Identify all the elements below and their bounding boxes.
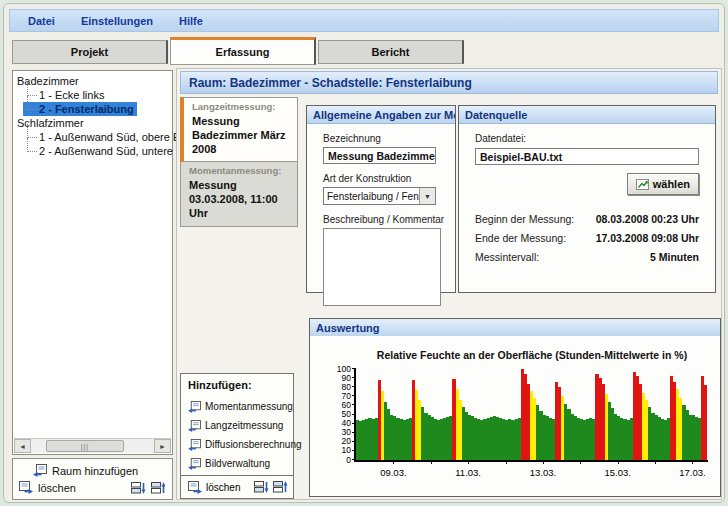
scrollbar-track[interactable]: ||| bbox=[31, 439, 154, 453]
add-diffusionsberechnung-button[interactable]: Diffusionsberechnung bbox=[188, 435, 289, 454]
x-tick-mark bbox=[468, 460, 469, 464]
measurement-item-langzeit[interactable]: Langzeitmessung: Messung Badezimmer März… bbox=[180, 97, 298, 162]
tab-bericht-label: Bericht bbox=[372, 46, 410, 58]
add-bildverwaltung-button[interactable]: Bildverwaltung bbox=[188, 454, 289, 473]
x-tick-mark bbox=[655, 460, 656, 464]
y-tick-label: 50 bbox=[342, 410, 351, 419]
y-tick-label: 40 bbox=[342, 419, 351, 428]
delete-room-button[interactable]: löschen bbox=[19, 479, 166, 496]
move-up-icon[interactable] bbox=[273, 481, 288, 493]
add-form-icon bbox=[188, 439, 201, 451]
meta-row-begin: Beginn der Messung: 08.03.2008 00:23 Uhr bbox=[475, 213, 699, 225]
scrollbar-thumb[interactable]: ||| bbox=[46, 440, 124, 452]
x-tick-mark bbox=[692, 460, 693, 464]
add-langzeitmessung-label: Langzeitmessung bbox=[205, 420, 283, 431]
x-tick-label: 15.03. bbox=[604, 467, 630, 478]
tree-item-aussenwand-obere-ecke[interactable]: 1 - Außenwand Süd, obere Ecke bbox=[23, 130, 170, 144]
konstruktion-select[interactable]: Fensterlaibung / Fenst ▼ bbox=[323, 187, 436, 205]
konstruktion-selected-value: Fensterlaibung / Fenst bbox=[324, 191, 419, 202]
general-info-groupbox: Allgemeine Angaben zur Mess Bezeichnung … bbox=[306, 105, 456, 293]
datendatei-input[interactable]: Beispiel-BAU.txt bbox=[475, 148, 699, 165]
tree-group-badezimmer[interactable]: Badezimmer bbox=[15, 74, 170, 88]
x-tick-mark bbox=[393, 460, 394, 464]
add-form-icon bbox=[188, 458, 201, 470]
measurement-title: Messung 03.03.2008, 11:00 Uhr bbox=[189, 179, 292, 220]
menu-einstellungen[interactable]: Einstellungen bbox=[81, 15, 153, 27]
add-panel-title: Hinzufügen: bbox=[188, 379, 289, 391]
menu-hilfe[interactable]: Hilfe bbox=[179, 15, 203, 27]
y-tick-mark bbox=[352, 386, 356, 387]
tab-bericht[interactable]: Bericht bbox=[318, 40, 464, 64]
y-tick-mark bbox=[352, 395, 356, 396]
room-damage-header-text: Raum: Badezimmer - Schadstelle: Fensterl… bbox=[189, 76, 472, 90]
add-form-icon bbox=[188, 401, 201, 413]
meta-row-interval: Messintervall: 5 Minuten bbox=[475, 251, 699, 263]
add-measurement-panel: Hinzufügen: Momentanmessung Langzeitmess… bbox=[180, 373, 294, 499]
y-tick-label: 70 bbox=[342, 392, 351, 401]
y-tick-label: 100 bbox=[337, 365, 351, 374]
tree-item-ecke-links[interactable]: 1 - Ecke links bbox=[23, 88, 170, 102]
bezeichnung-label: Bezeichnung bbox=[323, 133, 455, 144]
y-tick-label: 60 bbox=[342, 401, 351, 410]
y-tick-label: 90 bbox=[342, 374, 351, 383]
interval-label: Messintervall: bbox=[475, 251, 539, 263]
delete-room-label: löschen bbox=[38, 482, 76, 494]
move-down-icon[interactable] bbox=[131, 482, 146, 494]
begin-label: Beginn der Messung: bbox=[475, 213, 574, 225]
delete-form-icon bbox=[19, 481, 33, 494]
tree-item-fensterlaibung[interactable]: 2 - Fensterlaibung bbox=[23, 102, 137, 116]
x-tick-mark bbox=[580, 460, 581, 464]
room-damage-header: Raum: Badezimmer - Schadstelle: Fensterl… bbox=[180, 71, 718, 94]
y-tick-label: 30 bbox=[342, 428, 351, 437]
scroll-right-arrow-icon[interactable]: ► bbox=[154, 439, 171, 453]
y-tick-label: 20 bbox=[342, 438, 351, 447]
y-tick-mark bbox=[352, 441, 356, 442]
tree-item-aussenwand-untere-ecke[interactable]: 2 - Außenwand Süd, untere Ecke bbox=[23, 144, 170, 158]
chart-plot: 010203040506070809010009.03.11.03.13.03.… bbox=[354, 369, 708, 462]
menu-bar: Datei Einstellungen Hilfe bbox=[9, 9, 719, 32]
waehlen-button[interactable]: wählen bbox=[627, 173, 699, 195]
konstruktion-label: Art der Konstruktion bbox=[323, 173, 455, 184]
datasource-header: Datenquelle bbox=[459, 106, 715, 124]
add-form-icon bbox=[188, 420, 201, 432]
measurement-list: Langzeitmessung: Messung Badezimmer März… bbox=[180, 97, 298, 227]
scroll-left-arrow-icon[interactable]: ◄ bbox=[14, 439, 31, 453]
main-panel: Raum: Badezimmer - Schadstelle: Fensterl… bbox=[176, 68, 722, 500]
tree-group-schlafzimmer[interactable]: Schlafzimmer bbox=[15, 116, 170, 130]
tab-erfassung-label: Erfassung bbox=[216, 46, 270, 58]
y-tick-mark bbox=[352, 377, 356, 378]
dropdown-arrow-icon[interactable]: ▼ bbox=[419, 188, 435, 204]
tree-horizontal-scrollbar[interactable]: ◄ ||| ► bbox=[14, 438, 171, 453]
add-room-button[interactable]: Raum hinzufügen bbox=[19, 462, 166, 479]
bezeichnung-input[interactable]: Messung Badezimmer bbox=[323, 147, 436, 164]
move-up-icon[interactable] bbox=[151, 482, 166, 494]
analysis-header: Auswertung bbox=[310, 319, 720, 337]
y-tick-label: 10 bbox=[342, 447, 351, 456]
move-down-icon[interactable] bbox=[254, 481, 269, 493]
general-info-header: Allgemeine Angaben zur Mess bbox=[307, 106, 455, 124]
add-momentanmessung-button[interactable]: Momentanmessung bbox=[188, 397, 289, 416]
y-tick-mark bbox=[352, 414, 356, 415]
delete-measurement-button[interactable]: löschen bbox=[181, 475, 293, 498]
x-tick-label: 17.03. bbox=[679, 467, 705, 478]
measurement-type-label: Langzeitmessung: bbox=[192, 101, 292, 112]
measurement-title: Messung Badezimmer März 2008 bbox=[192, 115, 292, 156]
x-tick-mark bbox=[431, 460, 432, 464]
interval-value: 5 Minuten bbox=[650, 251, 699, 263]
application-window: Datei Einstellungen Hilfe Projekt Erfass… bbox=[3, 3, 725, 503]
tab-projekt-label: Projekt bbox=[71, 46, 108, 58]
tab-projekt[interactable]: Projekt bbox=[12, 40, 168, 64]
x-tick-label: 13.03. bbox=[530, 467, 556, 478]
datasource-groupbox: Datenquelle Datendatei: Beispiel-BAU.txt… bbox=[458, 105, 716, 293]
measurement-item-momentan[interactable]: Momentanmessung: Messung 03.03.2008, 11:… bbox=[180, 162, 298, 226]
waehlen-button-label: wählen bbox=[653, 178, 690, 190]
kommentar-textarea[interactable] bbox=[323, 228, 441, 306]
delete-measurement-label: löschen bbox=[206, 482, 240, 493]
chart-title: Relative Feuchte an der Oberfläche (Stun… bbox=[350, 349, 714, 361]
add-langzeitmessung-button[interactable]: Langzeitmessung bbox=[188, 416, 289, 435]
y-tick-mark bbox=[352, 432, 356, 433]
tab-erfassung[interactable]: Erfassung bbox=[170, 37, 316, 65]
y-tick-mark bbox=[352, 459, 356, 460]
menu-datei[interactable]: Datei bbox=[28, 15, 55, 27]
add-bildverwaltung-label: Bildverwaltung bbox=[205, 458, 270, 469]
